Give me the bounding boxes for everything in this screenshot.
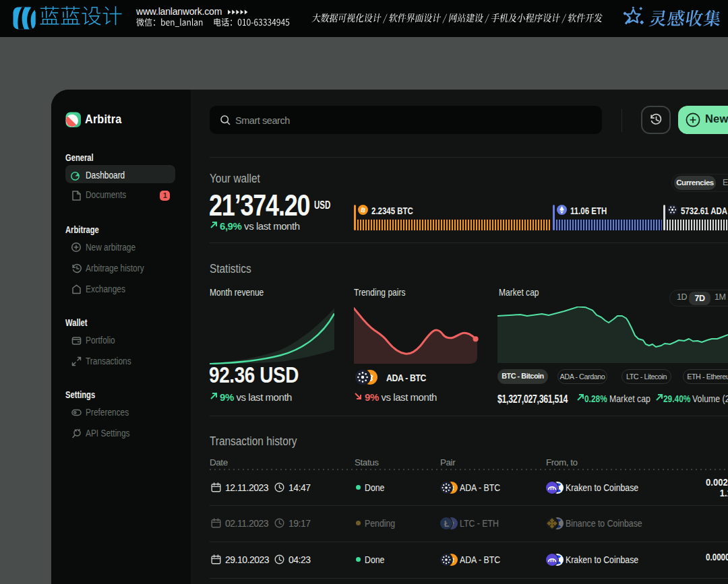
svg-text:Ł: Ł xyxy=(444,519,449,529)
